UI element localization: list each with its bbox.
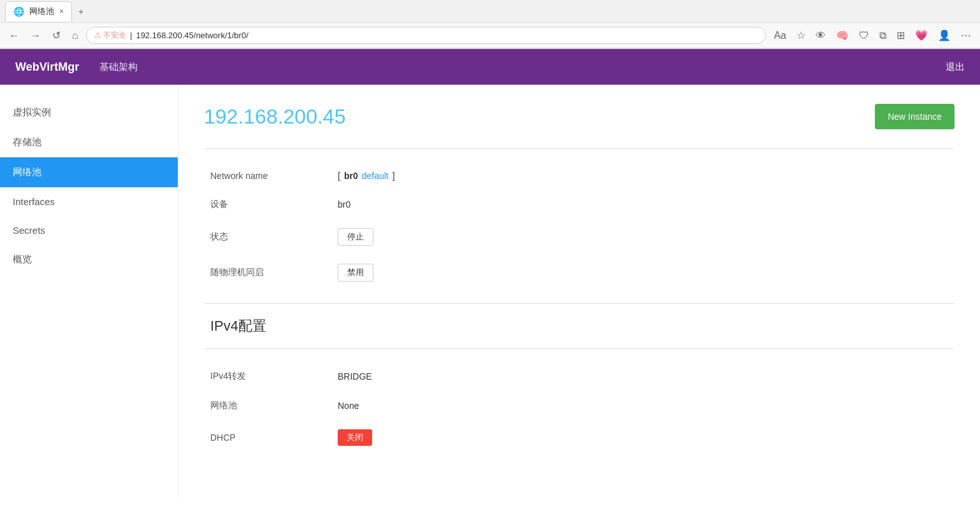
address-separator: |: [130, 31, 132, 40]
tab-close-button[interactable]: ×: [59, 7, 64, 16]
sidebar-item-secrets[interactable]: Secrets: [0, 216, 178, 245]
app-header: WebVirtMgr 基础架构 退出: [0, 49, 980, 85]
extensions-button[interactable]: 👁: [812, 27, 830, 44]
browser-chrome: 🌐 网络池 × + ← → ↺ ⌂ ⚠ 不安全 | 192.168.200.45…: [0, 0, 980, 49]
address-bar[interactable]: ⚠ 不安全 | 192.168.200.45/network/1/br0/: [86, 27, 767, 44]
bracket-open: [: [338, 171, 340, 181]
table-row: IPv4转发 BRIDGE: [204, 362, 955, 391]
menu-button[interactable]: ⋯: [957, 27, 975, 44]
main-content: 192.168.200.45 New Instance Network name…: [178, 85, 980, 497]
forward-button[interactable]: →: [27, 27, 45, 44]
sidebar-item-vms[interactable]: 虚拟实例: [0, 97, 178, 127]
autostart-button[interactable]: 禁用: [338, 264, 373, 282]
status-label: 状态: [204, 219, 331, 255]
network-info-table: Network name [ br0 default ] 设备 br0: [204, 162, 955, 290]
sidebar-item-overview[interactable]: 概览: [0, 245, 178, 275]
autostart-cell: 禁用: [331, 255, 955, 290]
network-pool-value: None: [331, 391, 955, 420]
ipv4-section-title: IPv4配置: [210, 317, 955, 336]
app-logo: WebVirtMgr: [15, 61, 79, 74]
page-title: 192.168.200.45: [204, 105, 345, 129]
table-row: Network name [ br0 default ]: [204, 162, 955, 190]
profile-button[interactable]: 👤: [934, 27, 955, 44]
table-row: 状态 停止: [204, 219, 955, 255]
url-text: 192.168.200.45/network/1/br0/: [136, 31, 758, 40]
forward-value: BRIDGE: [331, 362, 955, 391]
table-row: 设备 br0: [204, 190, 955, 219]
autostart-label: 随物理机同启: [204, 255, 331, 290]
sidebar-item-storage[interactable]: 存储池: [0, 127, 178, 157]
ipv4-divider: [204, 348, 955, 349]
network-default-link[interactable]: default: [362, 171, 389, 181]
tab-title: 网络池: [29, 6, 54, 17]
bracket-close: ]: [393, 171, 395, 181]
top-divider: [204, 148, 955, 149]
nav-infrastructure[interactable]: 基础架构: [99, 61, 138, 73]
network-name-value: [ br0 default ]: [331, 162, 955, 190]
home-button[interactable]: ⌂: [68, 27, 82, 44]
ai-button[interactable]: 🧠: [832, 27, 853, 44]
browser-toolbar-icons: Aa ☆ 👁 🧠 🛡 ⧉ ⊞ 💗 👤 ⋯: [770, 27, 975, 44]
back-button[interactable]: ←: [5, 27, 23, 44]
table-row: 随物理机同启 禁用: [204, 255, 955, 290]
collections-button[interactable]: ⊞: [893, 27, 909, 44]
split-view-button[interactable]: ⧉: [876, 27, 890, 44]
browser-tabs: 🌐 网络池 × +: [0, 0, 980, 23]
dhcp-cell: 关闭: [331, 420, 955, 455]
tab-favicon: 🌐: [13, 6, 24, 17]
status-cell: 停止: [331, 219, 955, 255]
shield-icon[interactable]: 🛡: [855, 27, 873, 44]
network-name-label: Network name: [204, 162, 331, 190]
table-row: DHCP 关闭: [204, 420, 955, 455]
page-header: 192.168.200.45 New Instance: [204, 104, 955, 129]
logout-button[interactable]: 退出: [946, 61, 965, 72]
mid-divider: [204, 303, 955, 304]
refresh-button[interactable]: ↺: [48, 27, 64, 44]
table-row: 网络池 None: [204, 391, 955, 420]
stop-button[interactable]: 停止: [338, 228, 373, 246]
sidebar: 虚拟实例 存储池 网络池 Interfaces Secrets 概览: [0, 85, 178, 497]
dhcp-off-button[interactable]: 关闭: [338, 429, 372, 446]
network-name-container: [ br0 default ]: [338, 171, 948, 181]
app-body: 虚拟实例 存储池 网络池 Interfaces Secrets 概览 192.1…: [0, 85, 980, 497]
read-mode-button[interactable]: Aa: [770, 27, 790, 44]
device-value: br0: [331, 190, 955, 219]
sidebar-item-network[interactable]: 网络池: [0, 157, 178, 187]
ipv4-info-table: IPv4转发 BRIDGE 网络池 None DHCP 关闭: [204, 362, 955, 455]
network-pool-label: 网络池: [204, 391, 331, 420]
device-label: 设备: [204, 190, 331, 219]
favorites-button[interactable]: 💗: [911, 27, 932, 44]
header-right: 退出: [946, 61, 965, 73]
new-tab-button[interactable]: +: [72, 3, 90, 20]
sidebar-item-interfaces[interactable]: Interfaces: [0, 187, 178, 216]
bookmark-button[interactable]: ☆: [793, 27, 809, 44]
forward-label: IPv4转发: [204, 362, 331, 391]
network-name-br0: br0: [344, 171, 358, 181]
new-instance-button[interactable]: New Instance: [875, 104, 955, 129]
active-tab[interactable]: 🌐 网络池 ×: [5, 1, 72, 21]
dhcp-label: DHCP: [204, 420, 331, 455]
security-warning: ⚠ 不安全: [94, 30, 126, 41]
browser-toolbar: ← → ↺ ⌂ ⚠ 不安全 | 192.168.200.45/network/1…: [0, 23, 980, 48]
